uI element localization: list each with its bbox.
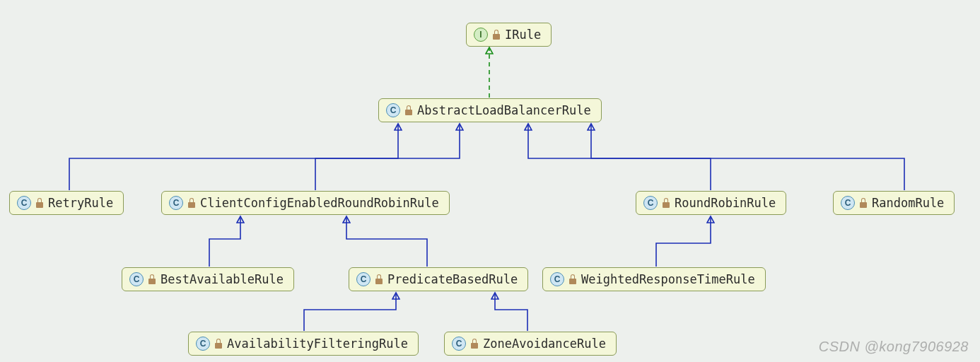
class-badge-icon: C: [386, 103, 400, 117]
node-label: RetryRule: [48, 196, 113, 210]
node-availfilter[interactable]: C AvailabilityFilteringRule: [188, 332, 419, 356]
lock-icon: [214, 339, 223, 349]
class-badge-icon: C: [643, 196, 658, 210]
class-badge-icon: C: [196, 337, 210, 351]
class-badge-icon: C: [841, 196, 855, 210]
rel-predicate-clientcfg: [346, 217, 427, 267]
interface-badge-icon: I: [474, 28, 488, 42]
node-label: BestAvailableRule: [161, 272, 284, 286]
lock-icon: [662, 198, 670, 208]
lock-icon: [859, 198, 868, 208]
class-badge-icon: C: [17, 196, 31, 210]
lock-icon: [187, 198, 196, 208]
rel-availfilter-predicate: [304, 293, 396, 331]
node-label: RandomRule: [872, 196, 944, 210]
node-clientcfg[interactable]: C ClientConfigEnabledRoundRobinRule: [161, 191, 450, 215]
lock-icon: [404, 105, 413, 115]
rel-bestavail-clientcfg: [209, 217, 240, 267]
node-retry[interactable]: C RetryRule: [9, 191, 124, 215]
rel-retry-abstract: [69, 124, 398, 190]
rel-weighted-roundrobin: [656, 217, 711, 267]
lock-icon: [35, 198, 44, 208]
lock-icon: [568, 274, 577, 284]
node-random[interactable]: C RandomRule: [833, 191, 955, 215]
rel-random-abstract: [591, 124, 904, 190]
node-label: AvailabilityFilteringRule: [227, 337, 408, 351]
lock-icon: [470, 339, 479, 349]
node-label: PredicateBasedRule: [387, 272, 518, 286]
lock-icon: [375, 274, 383, 284]
watermark-text: CSDN @kong7906928: [819, 339, 969, 355]
rel-clientcfg-abstract: [315, 124, 460, 190]
node-label: AbstractLoadBalancerRule: [417, 103, 591, 117]
rel-roundrobin-abstract: [528, 124, 711, 190]
node-label: ClientConfigEnabledRoundRobinRule: [200, 196, 439, 210]
class-badge-icon: C: [169, 196, 183, 210]
rel-zoneavoid-predicate: [495, 293, 527, 331]
node-label: RoundRobinRule: [675, 196, 776, 210]
node-label: ZoneAvoidanceRule: [483, 337, 606, 351]
node-roundrobin[interactable]: C RoundRobinRule: [636, 191, 786, 215]
node-bestavail[interactable]: C BestAvailableRule: [122, 267, 294, 291]
node-abstract[interactable]: C AbstractLoadBalancerRule: [378, 98, 602, 122]
node-predicate[interactable]: C PredicateBasedRule: [349, 267, 528, 291]
node-weighted[interactable]: C WeightedResponseTimeRule: [542, 267, 766, 291]
node-label: WeightedResponseTimeRule: [581, 272, 755, 286]
lock-icon: [148, 274, 156, 284]
class-badge-icon: C: [129, 272, 144, 286]
lock-icon: [492, 30, 501, 40]
connectors-layer: [0, 0, 980, 362]
class-badge-icon: C: [356, 272, 371, 286]
class-badge-icon: C: [550, 272, 564, 286]
node-irule[interactable]: I IRule: [466, 23, 552, 47]
class-badge-icon: C: [452, 337, 466, 351]
node-zoneavoid[interactable]: C ZoneAvoidanceRule: [444, 332, 617, 356]
node-label: IRule: [505, 28, 541, 42]
